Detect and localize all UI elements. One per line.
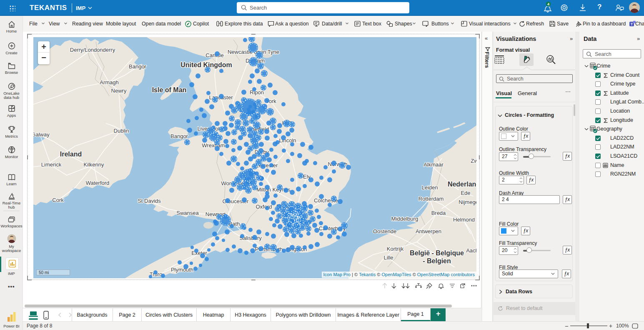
svg-text:T: T <box>631 22 633 26</box>
